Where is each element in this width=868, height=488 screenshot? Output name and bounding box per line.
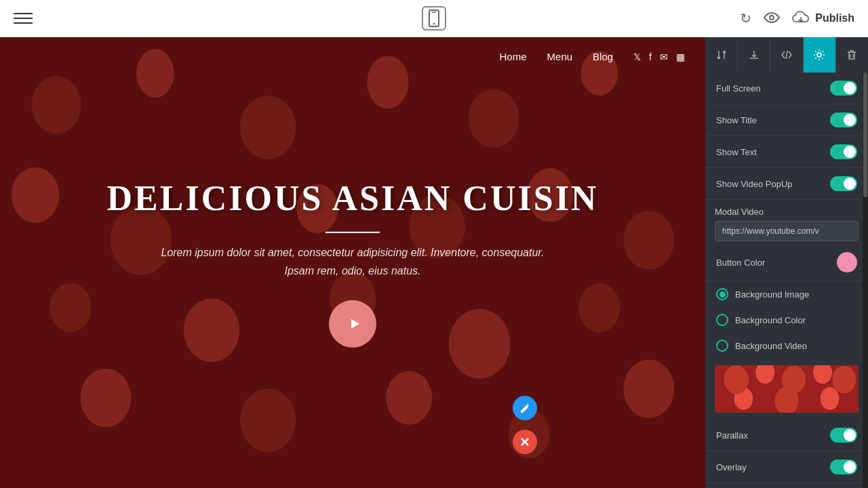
topbar-left [14, 13, 33, 24]
hero-section: Home Menu Blog 𝕏 f ✉ ▦ DELICIOUS ASIAN C… [0, 37, 705, 488]
code-tool-button[interactable] [770, 37, 803, 73]
svg-point-1 [433, 23, 435, 25]
hero-title: DELICIOUS ASIAN CUISIN [71, 178, 635, 218]
delete-hero-button[interactable] [513, 430, 537, 454]
nav-home[interactable]: Home [500, 51, 527, 62]
background-video-label: Background Video [735, 341, 807, 351]
publish-button[interactable]: Publish [792, 10, 854, 26]
background-thumbnail[interactable] [715, 365, 859, 413]
settings-tool-button[interactable] [804, 37, 836, 73]
mobile-preview-button[interactable] [422, 6, 446, 30]
topbar-center [422, 6, 446, 30]
show-video-popup-toggle[interactable] [830, 176, 857, 191]
cloud-icon [792, 10, 810, 26]
show-text-row: Show Text [705, 136, 868, 168]
more-icon[interactable]: ▦ [676, 52, 685, 62]
nav-blog[interactable]: Blog [593, 51, 613, 62]
overlay-label: Overlay [716, 462, 747, 472]
button-color-row: Button Color [705, 244, 868, 281]
show-video-popup-label: Show Video PopUp [716, 179, 793, 189]
twitter-icon[interactable]: 𝕏 [633, 52, 641, 62]
download-tool-button[interactable] [738, 37, 770, 73]
show-video-popup-row: Show Video PopUp [705, 168, 868, 200]
facebook-icon[interactable]: f [649, 52, 652, 62]
show-title-row: Show Title [705, 104, 868, 136]
edit-button[interactable] [513, 396, 537, 420]
panel-scrollbar[interactable] [863, 73, 868, 488]
panel-content[interactable]: Full Screen Show Title Show Text [705, 73, 868, 488]
publish-label: Publish [815, 12, 854, 24]
full-screen-toggle[interactable] [830, 81, 857, 96]
hero-subtitle: Lorem ipsum dolor sit amet, consectetur … [149, 243, 556, 279]
topbar-right: ↺ Publish [740, 10, 854, 26]
background-color-label: Background Color [735, 315, 806, 325]
svg-point-7 [817, 53, 821, 57]
parallax-label: Parallax [716, 430, 748, 441]
background-image-radio[interactable] [716, 288, 728, 300]
sort-tool-button[interactable] [705, 37, 738, 73]
background-color-row: Background Color [705, 307, 868, 333]
parallax-row: Parallax [705, 420, 868, 451]
undo-icon[interactable]: ↺ [740, 10, 751, 26]
background-video-row: Background Video [705, 333, 868, 359]
background-color-radio[interactable] [716, 314, 728, 326]
full-screen-label: Full Screen [716, 83, 761, 94]
preview-icon[interactable] [764, 11, 780, 26]
background-video-radio[interactable] [716, 340, 728, 352]
overlay-toggle[interactable] [830, 460, 857, 474]
background-image-label: Background Image [735, 289, 809, 300]
panel-scrollbar-thumb [863, 73, 867, 197]
svg-point-3 [770, 16, 774, 20]
show-text-toggle[interactable] [830, 144, 857, 159]
modal-video-section: Modal Video [705, 200, 868, 244]
show-text-label: Show Text [716, 147, 757, 157]
show-title-label: Show Title [716, 115, 757, 125]
main-area: Home Menu Blog 𝕏 f ✉ ▦ DELICIOUS ASIAN C… [0, 37, 868, 488]
modal-video-label: Modal Video [715, 207, 859, 217]
social-icons: 𝕏 f ✉ ▦ [633, 52, 685, 62]
parallax-toggle[interactable] [830, 428, 857, 443]
email-icon[interactable]: ✉ [660, 52, 668, 62]
hero-navigation: Home Menu Blog 𝕏 f ✉ ▦ [0, 37, 705, 76]
background-thumbnail-row [705, 359, 868, 420]
background-image-row: Background Image [705, 281, 868, 307]
panel-toolbar [705, 37, 868, 73]
modal-video-input[interactable] [715, 221, 859, 241]
button-color-swatch[interactable] [837, 252, 857, 272]
svg-marker-4 [351, 319, 359, 329]
nav-menu[interactable]: Menu [547, 51, 573, 62]
button-color-label: Button Color [716, 258, 765, 268]
topbar: ↺ Publish [0, 0, 868, 37]
hero-content: DELICIOUS ASIAN CUISIN Lorem ipsum dolor… [71, 178, 635, 347]
full-screen-row: Full Screen [705, 73, 868, 104]
menu-icon[interactable] [14, 13, 33, 24]
show-title-toggle[interactable] [830, 113, 857, 127]
play-icon [346, 316, 362, 332]
play-button[interactable] [329, 300, 376, 348]
overlay-row: Overlay [705, 451, 868, 483]
delete-tool-button[interactable] [836, 37, 868, 73]
settings-panel: Full Screen Show Title Show Text [705, 37, 868, 488]
hero-divider [326, 231, 380, 232]
